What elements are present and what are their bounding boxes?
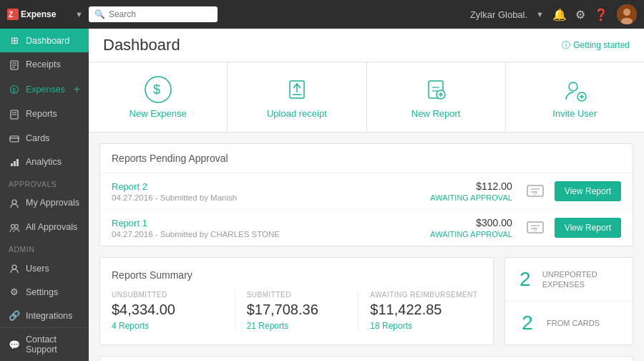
- chat-icon-1[interactable]: 0: [527, 183, 544, 198]
- main-header: Dashboard ⓘ Getting started: [89, 29, 644, 62]
- contact-support-icon: 💬: [9, 340, 20, 350]
- approval-amount-2: $300.00: [430, 217, 512, 228]
- sidebar-item-integrations[interactable]: 🔗 Integrations: [0, 304, 89, 327]
- invite-user-action[interactable]: Invite User: [506, 62, 644, 132]
- sidebar-item-all-approvals[interactable]: All Approvals: [0, 215, 89, 239]
- unsubmitted-link[interactable]: 4 Reports: [112, 321, 223, 331]
- dashboard-icon: ⊞: [9, 35, 20, 46]
- sidebar-label-expenses: Expenses: [26, 85, 65, 95]
- unreported-number: 2: [517, 268, 534, 291]
- sidebar-item-analytics[interactable]: Analytics: [0, 150, 89, 174]
- sidebar-label-users: Users: [26, 264, 49, 274]
- sidebar-label-reports: Reports: [26, 109, 57, 119]
- sidebar-item-expenses[interactable]: $ Expenses +: [0, 77, 89, 102]
- my-approvals-icon: [9, 198, 20, 209]
- svg-point-4: [623, 9, 630, 16]
- search-input[interactable]: [89, 6, 218, 22]
- summary-stats: UNSUBMITTED $4,334.00 4 Reports SUBMITTE…: [112, 291, 482, 331]
- submitted-value: $17,708.36: [247, 302, 358, 318]
- org-name[interactable]: Zylkar Global.: [470, 9, 527, 20]
- view-report-btn-2[interactable]: View Report: [555, 218, 621, 238]
- main-content: Dashboard ⓘ Getting started $ New Expens…: [89, 29, 644, 361]
- settings-sidebar-icon: ⚙: [9, 287, 20, 297]
- sidebar-item-dashboard[interactable]: ⊞ Dashboard: [0, 29, 89, 52]
- brand-dropdown-arrow[interactable]: ▼: [75, 10, 83, 19]
- help-icon[interactable]: ❓: [594, 8, 608, 21]
- approvals-section-header: Approvals: [0, 174, 89, 191]
- analytics-icon: [9, 156, 20, 168]
- new-expense-icon: $: [144, 75, 172, 104]
- sidebar-item-settings[interactable]: ⚙ Settings: [0, 280, 89, 304]
- sidebar-label-integrations: Integrations: [26, 311, 72, 321]
- approval-date-2: 04.27.2016 - Submitted by CHARLES STONE: [112, 230, 430, 239]
- new-report-label: New Report: [411, 108, 461, 119]
- approval-amount-section-1: $112.00 AWAITING APPROVAL: [430, 180, 512, 202]
- approval-date-1: 04.27.2016 - Submitted by Manish: [112, 193, 430, 202]
- awaiting-label: AWAITING REIMBURSEMENT: [370, 291, 482, 299]
- approval-report-name-2[interactable]: Report 1: [112, 218, 430, 228]
- invite-user-icon: [560, 75, 589, 104]
- expenses-icon: $: [9, 84, 20, 95]
- sidebar-label-cards: Cards: [26, 133, 49, 143]
- approval-report-name-1[interactable]: Report 2: [112, 181, 430, 192]
- new-report-icon: [421, 75, 450, 104]
- all-approvals-icon: [9, 221, 20, 233]
- approval-row-2: Report 1 04.27.2016 - Submitted by CHARL…: [100, 210, 633, 246]
- summary-stat-submitted: SUBMITTED $17,708.36 21 Reports: [235, 291, 358, 331]
- top-nav: Z Expense ▼ 🔍 Zylkar Global. ▼ 🔔 ⚙ ❓: [0, 0, 644, 29]
- org-dropdown-arrow[interactable]: ▼: [536, 10, 544, 19]
- upload-receipt-icon: [283, 75, 311, 104]
- svg-rect-15: [10, 136, 19, 142]
- svg-rect-19: [16, 159, 19, 166]
- brand-logo[interactable]: Z Expense ▼: [7, 6, 83, 22]
- svg-text:Expense: Expense: [21, 9, 57, 19]
- avatar[interactable]: [617, 4, 637, 24]
- getting-started-circle-icon: ⓘ: [562, 39, 570, 52]
- summary-section: Reports Summary UNSUBMITTED $4,334.00 4 …: [99, 257, 633, 345]
- svg-text:0: 0: [534, 191, 537, 196]
- sidebar-item-reports[interactable]: Reports: [0, 102, 89, 127]
- approval-info-2: Report 1 04.27.2016 - Submitted by CHARL…: [112, 218, 430, 239]
- svg-rect-17: [11, 163, 13, 166]
- pending-approval-header: Reports Pending Approval: [100, 144, 633, 173]
- view-report-btn-1[interactable]: View Report: [555, 181, 621, 201]
- settings-icon[interactable]: ⚙: [575, 8, 585, 21]
- upload-receipt-label: Upload receipt: [267, 108, 327, 119]
- approval-row-1: Report 2 04.27.2016 - Submitted by Manis…: [100, 173, 633, 210]
- recent-reports-card: Recent Reports: [99, 356, 633, 361]
- side-stats-panel: 2 UNREPORTED EXPENSES 2 FROM CARDS: [504, 257, 633, 345]
- new-expense-label: New Expense: [130, 108, 187, 119]
- unsubmitted-label: UNSUBMITTED: [112, 291, 223, 299]
- notification-icon[interactable]: 🔔: [552, 8, 567, 21]
- sidebar-item-contact-support[interactable]: 💬 Contact Support: [0, 328, 89, 361]
- svg-text:$: $: [12, 87, 16, 94]
- approval-amount-section-2: $300.00 AWAITING APPROVAL: [430, 217, 512, 239]
- expenses-add-icon[interactable]: +: [74, 83, 80, 96]
- layout: ⊞ Dashboard Receipts $ Expenses: [0, 29, 644, 361]
- sidebar-item-users[interactable]: Users: [0, 256, 89, 281]
- upload-receipt-action[interactable]: Upload receipt: [228, 62, 366, 132]
- receipts-icon: [9, 59, 20, 70]
- svg-point-23: [12, 265, 16, 269]
- svg-point-35: [569, 82, 577, 91]
- submitted-link[interactable]: 21 Reports: [247, 321, 358, 331]
- integrations-icon: 🔗: [9, 310, 20, 321]
- reports-icon: [9, 109, 20, 120]
- approval-status-2: AWAITING APPROVAL: [430, 230, 512, 239]
- getting-started-label: Getting started: [573, 40, 630, 50]
- svg-text:Z: Z: [9, 11, 13, 19]
- chat-icon-2[interactable]: 0: [527, 220, 544, 235]
- sidebar-item-receipts[interactable]: Receipts: [0, 52, 89, 77]
- side-stat-from-cards: 2 FROM CARDS: [505, 302, 633, 345]
- awaiting-link[interactable]: 18 Reports: [370, 321, 482, 331]
- getting-started-link[interactable]: ⓘ Getting started: [562, 39, 630, 52]
- pending-approval-card: Reports Pending Approval Report 2 04.27.…: [99, 143, 633, 246]
- sidebar-item-my-approvals[interactable]: My Approvals: [0, 191, 89, 216]
- sidebar: ⊞ Dashboard Receipts $ Expenses: [0, 29, 89, 361]
- top-nav-left: Z Expense ▼ 🔍: [7, 6, 218, 22]
- new-report-action[interactable]: New Report: [367, 62, 506, 132]
- from-cards-number: 2: [517, 312, 538, 334]
- sidebar-item-cards[interactable]: Cards: [0, 126, 89, 150]
- new-expense-action[interactable]: $ New Expense: [89, 62, 228, 132]
- admin-section-header: Admin: [0, 239, 89, 256]
